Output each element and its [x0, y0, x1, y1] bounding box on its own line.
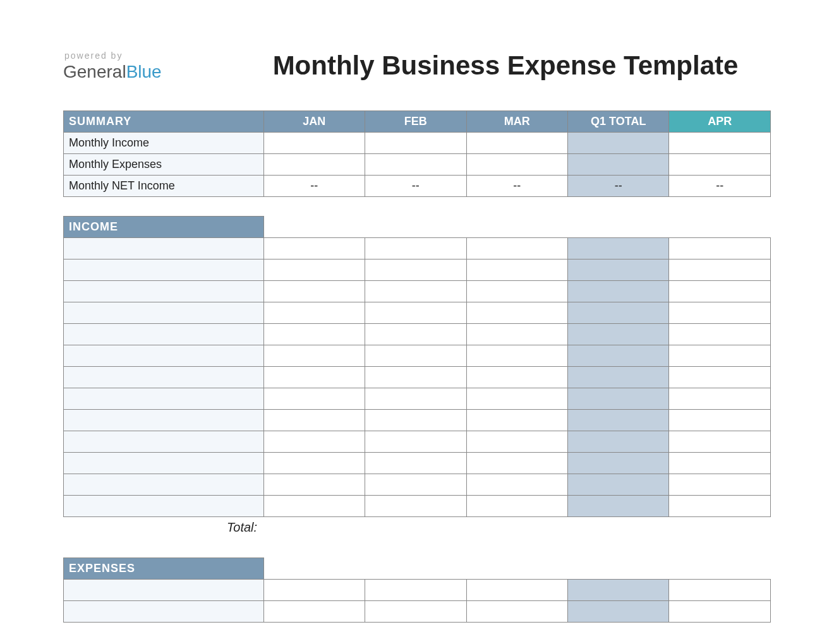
cell-apr — [669, 453, 771, 474]
cell-apr — [669, 324, 771, 345]
cell-mar — [466, 600, 567, 622]
logo: powered by GeneralBlue — [63, 51, 240, 82]
row-label — [64, 600, 264, 622]
cell-apr — [669, 302, 771, 324]
page-title: Monthly Business Expense Template — [240, 51, 771, 81]
cell-apr: -- — [669, 176, 771, 197]
cell-feb — [365, 453, 466, 474]
cell-q1 — [568, 133, 669, 154]
col-q1: Q1 TOTAL — [568, 111, 669, 133]
cell-feb — [365, 431, 466, 453]
cell-feb — [365, 154, 466, 176]
cell-mar — [466, 474, 567, 496]
table-row — [64, 431, 771, 453]
cell-jan — [263, 431, 365, 453]
col-feb: FEB — [365, 111, 466, 133]
cell-mar — [466, 367, 567, 388]
cell-q1 — [568, 281, 669, 302]
table-row — [64, 367, 771, 388]
cell-q1 — [568, 453, 669, 474]
cell-mar — [466, 579, 567, 600]
expenses-header: EXPENSES — [64, 558, 264, 579]
col-apr: APR — [669, 111, 771, 133]
cell-mar — [466, 281, 567, 302]
cell-q1 — [568, 259, 669, 281]
cell-jan — [263, 579, 365, 600]
cell-mar — [466, 259, 567, 281]
cell-q1 — [568, 410, 669, 431]
cell-mar — [466, 388, 567, 410]
cell-mar — [466, 238, 567, 259]
table-row: Monthly Expenses — [64, 154, 771, 176]
cell-jan — [263, 345, 365, 367]
cell-mar — [466, 453, 567, 474]
income-header-row: INCOME — [64, 217, 771, 238]
cell-apr — [669, 474, 771, 496]
row-label — [64, 410, 264, 431]
cell-q1: -- — [568, 176, 669, 197]
row-label — [64, 496, 264, 517]
cell-feb — [365, 324, 466, 345]
cell-jan — [263, 474, 365, 496]
table-row — [64, 410, 771, 431]
table-row — [64, 388, 771, 410]
cell-feb — [365, 281, 466, 302]
table-row — [64, 453, 771, 474]
cell-apr — [669, 133, 771, 154]
table-row — [64, 496, 771, 517]
row-label — [64, 388, 264, 410]
cell-mar — [466, 410, 567, 431]
cell-q1 — [568, 431, 669, 453]
cell-feb — [365, 579, 466, 600]
cell-jan — [263, 154, 365, 176]
brand-blue: Blue — [126, 62, 162, 81]
cell-mar: -- — [466, 176, 567, 197]
brand-general: General — [63, 62, 126, 81]
cell-feb — [365, 600, 466, 622]
table-row — [64, 238, 771, 259]
row-label: Monthly Income — [64, 133, 264, 154]
powered-by-text: powered by — [63, 51, 240, 61]
row-label: Monthly Expenses — [64, 154, 264, 176]
cell-q1 — [568, 496, 669, 517]
expenses-table: EXPENSES — [63, 558, 771, 623]
row-label — [64, 367, 264, 388]
cell-feb — [365, 259, 466, 281]
row-label — [64, 302, 264, 324]
cell-feb — [365, 367, 466, 388]
cell-feb — [365, 474, 466, 496]
summary-header: SUMMARY — [64, 111, 264, 133]
col-jan: JAN — [263, 111, 365, 133]
cell-mar — [466, 302, 567, 324]
cell-apr — [669, 345, 771, 367]
cell-jan — [263, 259, 365, 281]
cell-q1 — [568, 579, 669, 600]
cell-jan — [263, 367, 365, 388]
cell-apr — [669, 238, 771, 259]
row-label — [64, 281, 264, 302]
summary-header-row: SUMMARY JAN FEB MAR Q1 TOTAL APR — [64, 111, 771, 133]
cell-apr — [669, 367, 771, 388]
cell-mar — [466, 345, 567, 367]
table-row — [64, 579, 771, 600]
cell-mar — [466, 133, 567, 154]
cell-feb — [365, 238, 466, 259]
cell-jan — [263, 133, 365, 154]
cell-jan — [263, 410, 365, 431]
cell-apr — [669, 579, 771, 600]
cell-feb — [365, 388, 466, 410]
cell-feb — [365, 410, 466, 431]
row-label — [64, 238, 264, 259]
income-total-row: Total: — [64, 517, 771, 539]
cell-apr — [669, 410, 771, 431]
row-label — [64, 453, 264, 474]
row-label: Monthly NET Income — [64, 176, 264, 197]
brand-name: GeneralBlue — [63, 62, 240, 82]
cell-q1 — [568, 600, 669, 622]
expenses-section: EXPENSES — [63, 558, 771, 623]
cell-mar — [466, 324, 567, 345]
income-header: INCOME — [64, 217, 264, 238]
table-row — [64, 302, 771, 324]
cell-feb — [365, 345, 466, 367]
cell-feb: -- — [365, 176, 466, 197]
